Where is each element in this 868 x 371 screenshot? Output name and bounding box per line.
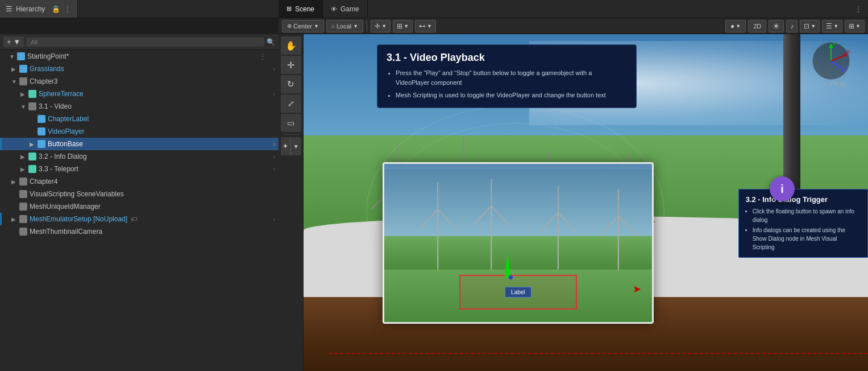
cube-icon — [28, 152, 36, 160]
local-label: Local — [337, 23, 351, 30]
tree-item-mesh-thumbnail[interactable]: MeshThumbnailCamera — [0, 225, 279, 238]
kebab-icon: ⋮ — [64, 5, 72, 14]
tree-item-teleport[interactable]: ▶ 3.3 - Teleport › — [0, 163, 279, 175]
tree-item-video-player[interactable]: VideoPlayer — [0, 125, 279, 138]
local-dropdown[interactable]: ⌂ Local ▼ — [326, 20, 363, 32]
scene-viewport[interactable]: Label ➤ 3.1 - Video Playback — [304, 34, 868, 371]
green-up-arrow — [505, 252, 510, 278]
item-label: VisualScripting SceneVariables — [30, 190, 124, 198]
expand-arrow: ▶ — [11, 179, 19, 185]
game-tab[interactable]: 👁 Game — [323, 0, 368, 18]
tree-item-grasslands[interactable]: ▶ Grasslands › — [0, 63, 279, 75]
btn-2d[interactable]: 2D — [748, 20, 766, 32]
video-label-tag: Label — [505, 287, 531, 298]
kebab-side-icon[interactable]: ⋮ — [259, 52, 266, 60]
item-label: 3.3 - Teleport — [39, 165, 78, 173]
local-icon: ⌂ — [331, 23, 335, 29]
scale-tool[interactable]: ⤢ — [281, 94, 301, 113]
red-right-arrow: ➤ — [633, 283, 641, 295]
grid-btn[interactable]: ⊞ ▼ — [393, 20, 413, 32]
svg-rect-21 — [384, 236, 652, 270]
video-selection-box: Label — [459, 275, 577, 310]
cube-icon — [38, 115, 45, 123]
expand-arrow: ▶ — [20, 91, 28, 97]
tree-item-mesh-emulator[interactable]: ▶ MeshEmulatorSetup [NoUpload] 🏷 › — [0, 213, 279, 225]
chevron-right-icon: › — [273, 154, 275, 160]
scene-tab[interactable]: ⊞ Scene — [279, 0, 323, 18]
snap-btn[interactable]: ⊷ ▼ — [415, 20, 436, 32]
transform-btn-left[interactable]: ✦ — [281, 137, 292, 155]
tree-item-chapter3[interactable]: ▼ Chapter3 — [0, 75, 279, 88]
center-arrow: ▼ — [314, 23, 319, 29]
tree-item-chapter-label[interactable]: ChapterLabel — [0, 113, 279, 125]
add-button[interactable]: + ▼ — [3, 36, 24, 47]
blue-dot — [509, 275, 513, 279]
item-label: SphereTerrace — [39, 90, 84, 98]
item-label: Chapter3 — [30, 77, 57, 85]
cube-icon — [17, 52, 25, 60]
item-label: MeshThumbnailCamera — [30, 228, 102, 236]
hamburger-icon: ☰ — [6, 5, 13, 13]
light-icon[interactable]: ☀ — [769, 20, 784, 32]
mesh-icon — [19, 190, 27, 198]
tree-item-sphere-terrace[interactable]: ▶ SphereTerrace › — [0, 88, 279, 100]
chevron-right-icon: › — [273, 91, 275, 97]
tree-item-chapter4[interactable]: ▶ Chapter4 — [0, 175, 279, 188]
rotate-tool[interactable]: ↻ — [281, 75, 301, 93]
cube-icon — [19, 65, 27, 73]
tree-item-video[interactable]: ▼ 3.1 - Video — [0, 100, 279, 113]
tree-item-visual-scripting[interactable]: VisualScripting SceneVariables — [0, 188, 279, 200]
search-icon-button[interactable]: 🔍 — [267, 38, 275, 46]
tag-icon: 🏷 — [131, 216, 137, 222]
grid-icon: ⊞ — [397, 22, 402, 30]
cube-icon — [38, 127, 45, 135]
mesh-icon — [19, 215, 27, 223]
gizmo: Y Z X ← Persp — [811, 41, 857, 92]
scene-icon: ⊞ — [286, 5, 292, 13]
move-tool-arrow: ▼ — [381, 23, 387, 29]
scene-tab-label: Scene — [295, 5, 314, 13]
move-tool-btn[interactable]: ✛ ▼ — [371, 20, 391, 32]
video-screen: Label ➤ — [383, 162, 654, 324]
move-tool-icon: ✛ — [375, 22, 380, 30]
hierarchy-tab[interactable]: ☰ Hierarchy 🔒 ⋮ — [0, 0, 78, 18]
tree-item-startingpoint[interactable]: ▼ StartingPoint* ⋮ — [0, 50, 279, 63]
center-dropdown[interactable]: ⊕ Center ▼ — [282, 20, 324, 32]
hierarchy-tab-label: Hierarchy — [16, 5, 45, 13]
tree-item-mesh-unique-id[interactable]: MeshUniqueIdManager — [0, 200, 279, 213]
audio-icon[interactable]: ♪ — [786, 20, 798, 32]
bottom-dash-line — [329, 353, 868, 354]
move-tool[interactable]: ✛ — [281, 56, 301, 74]
item-label: Chapter4 — [30, 178, 57, 186]
snap-arrow: ▼ — [427, 23, 432, 29]
search-input[interactable] — [26, 38, 264, 47]
cube-icon — [19, 77, 27, 85]
hand-tool[interactable]: ✋ — [281, 36, 301, 55]
info-panel-right: 3.2 - Info Dialog Trigger Click the floa… — [738, 189, 868, 258]
item-label: MeshUniqueIdManager — [30, 203, 101, 211]
transform-btn-right[interactable]: ▼ — [291, 137, 301, 155]
item-label: ChapterLabel — [48, 115, 89, 123]
left-toolbar: ✋ ✛ ↻ ⤢ ▭ ✦ ▼ — [279, 34, 304, 371]
scene-kebab[interactable]: ⋮ — [849, 5, 868, 14]
rect-tool[interactable]: ▭ — [281, 114, 301, 132]
game-tab-label: Game — [340, 5, 359, 13]
svg-rect-20 — [384, 169, 652, 236]
center-label: Center — [293, 23, 312, 30]
item-label: 3.2 - Info Dialog — [39, 152, 87, 160]
center-icon: ⊕ — [287, 23, 292, 29]
hierarchy-tree: ▼ StartingPoint* ⋮ ▶ Grasslands › ▼ Chap… — [0, 50, 279, 371]
item-label: StartingPoint* — [27, 52, 69, 60]
video-label-text: Label — [511, 289, 525, 295]
tree-item-button-base[interactable]: ▶ ButtonBase › — [0, 138, 279, 150]
info-panel-top: 3.1 - Video Playback Press the "Play" an… — [377, 44, 637, 108]
expand-arrow: ▶ — [20, 154, 28, 160]
info-bullet-1: Press the "Play" and "Stop" button below… — [396, 68, 627, 88]
info-circle-button[interactable]: i — [770, 176, 795, 201]
extra-icon[interactable]: ⊞▼ — [845, 20, 865, 32]
expand-arrow: ▼ — [11, 79, 19, 85]
layers-icon[interactable]: ☰▼ — [822, 20, 842, 32]
tree-item-info-dialog[interactable]: ▶ 3.2 - Info Dialog › — [0, 150, 279, 163]
stats-icon[interactable]: ⊡▼ — [800, 20, 820, 32]
item-label: ButtonBase — [48, 140, 83, 148]
